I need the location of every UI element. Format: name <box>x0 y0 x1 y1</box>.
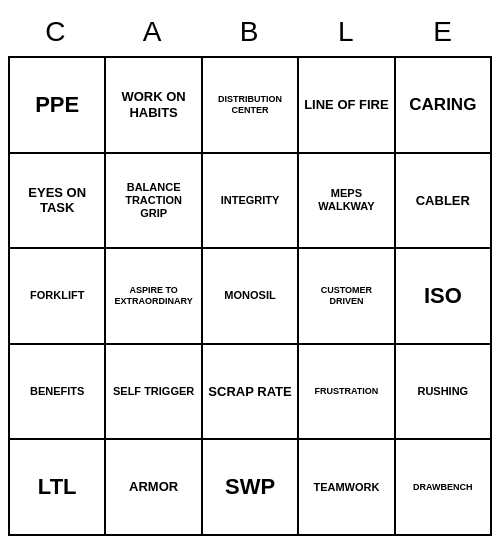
grid-cell-1-2: INTEGRITY <box>203 154 299 250</box>
grid-cell-3-3: FRUSTRATION <box>299 345 395 441</box>
grid-cell-3-1: SELF TRIGGER <box>106 345 202 441</box>
grid-cell-4-0: LTL <box>10 440 106 536</box>
grid-cell-0-1: WORK ON HABITS <box>106 58 202 154</box>
header-row: CABLE <box>8 8 492 56</box>
grid-row-2: FORKLIFTASPIRE TO EXTRAORDINARYMONOSILCU… <box>10 249 492 345</box>
header-letter-c: C <box>8 8 105 56</box>
grid-row-1: EYES ON TASKBALANCE TRACTION GRIPINTEGRI… <box>10 154 492 250</box>
grid-cell-1-3: MEPS WALKWAY <box>299 154 395 250</box>
header-letter-e: E <box>395 8 492 56</box>
grid-cell-3-0: BENEFITS <box>10 345 106 441</box>
header-letter-a: A <box>105 8 202 56</box>
grid-cell-0-3: LINE OF FIRE <box>299 58 395 154</box>
grid-row-3: BENEFITSSELF TRIGGERSCRAP RATEFRUSTRATIO… <box>10 345 492 441</box>
grid-row-4: LTLARMORSWPTEAMWORKDRAWBENCH <box>10 440 492 536</box>
grid-cell-2-4: ISO <box>396 249 492 345</box>
grid-cell-0-0: PPE <box>10 58 106 154</box>
grid-cell-4-3: TEAMWORK <box>299 440 395 536</box>
grid-cell-4-2: SWP <box>203 440 299 536</box>
grid-cell-1-1: BALANCE TRACTION GRIP <box>106 154 202 250</box>
grid-cell-0-2: DISTRIBUTION CENTER <box>203 58 299 154</box>
grid-cell-1-4: CABLER <box>396 154 492 250</box>
grid-cell-2-2: MONOSIL <box>203 249 299 345</box>
grid-cell-2-0: FORKLIFT <box>10 249 106 345</box>
grid-cell-0-4: CARING <box>396 58 492 154</box>
grid-cell-4-4: DRAWBENCH <box>396 440 492 536</box>
grid-cell-2-1: ASPIRE TO EXTRAORDINARY <box>106 249 202 345</box>
grid-row-0: PPEWORK ON HABITSDISTRIBUTION CENTERLINE… <box>10 58 492 154</box>
grid-cell-4-1: ARMOR <box>106 440 202 536</box>
header-letter-b: B <box>202 8 299 56</box>
grid-cell-3-4: RUSHING <box>396 345 492 441</box>
grid-cell-3-2: SCRAP RATE <box>203 345 299 441</box>
bingo-grid: PPEWORK ON HABITSDISTRIBUTION CENTERLINE… <box>8 56 492 536</box>
header-letter-l: L <box>298 8 395 56</box>
grid-cell-2-3: CUSTOMER DRIVEN <box>299 249 395 345</box>
bingo-card: CABLE PPEWORK ON HABITSDISTRIBUTION CENT… <box>8 8 492 536</box>
grid-cell-1-0: EYES ON TASK <box>10 154 106 250</box>
